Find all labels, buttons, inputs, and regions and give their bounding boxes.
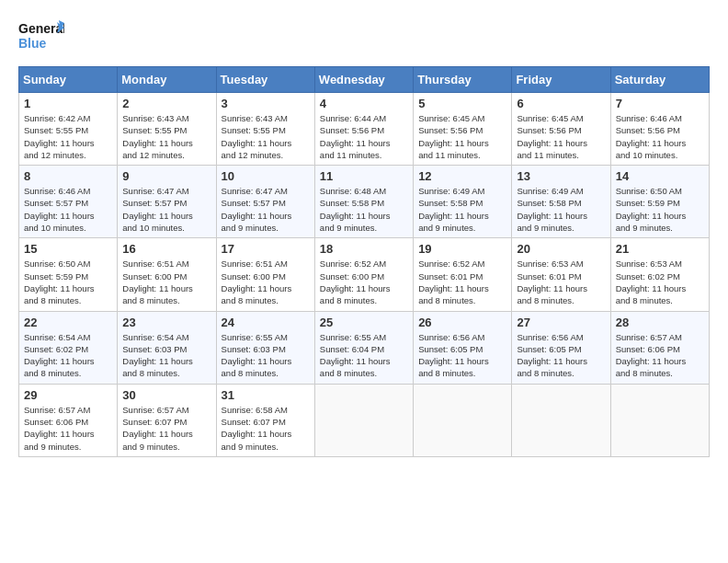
weekday-header-sunday: Sunday bbox=[19, 67, 118, 93]
day-number: 13 bbox=[517, 169, 605, 183]
day-cell: 21Sunrise: 6:53 AM Sunset: 6:02 PM Dayli… bbox=[610, 238, 709, 311]
day-number: 6 bbox=[517, 97, 605, 110]
day-number: 25 bbox=[320, 316, 408, 329]
day-info: Sunrise: 6:53 AM Sunset: 6:02 PM Dayligh… bbox=[616, 258, 704, 306]
day-info: Sunrise: 6:50 AM Sunset: 5:59 PM Dayligh… bbox=[616, 185, 704, 234]
day-cell: 10Sunrise: 6:47 AM Sunset: 5:57 PM Dayli… bbox=[216, 166, 314, 238]
day-number: 30 bbox=[122, 388, 210, 402]
day-cell: 12Sunrise: 6:49 AM Sunset: 5:58 PM Dayli… bbox=[414, 166, 512, 238]
day-cell: 18Sunrise: 6:52 AM Sunset: 6:00 PM Dayli… bbox=[314, 238, 413, 311]
day-info: Sunrise: 6:51 AM Sunset: 6:00 PM Dayligh… bbox=[222, 258, 310, 306]
day-number: 20 bbox=[517, 242, 605, 256]
day-info: Sunrise: 6:56 AM Sunset: 6:05 PM Dayligh… bbox=[517, 331, 605, 380]
week-row-4: 22Sunrise: 6:54 AM Sunset: 6:02 PM Dayli… bbox=[19, 311, 710, 384]
day-number: 8 bbox=[24, 169, 112, 183]
day-number: 9 bbox=[122, 169, 210, 183]
day-cell: 9Sunrise: 6:47 AM Sunset: 5:57 PM Daylig… bbox=[118, 166, 216, 238]
day-cell bbox=[314, 384, 413, 456]
svg-text:Blue: Blue bbox=[18, 36, 47, 51]
page-header: General Blue bbox=[18, 18, 710, 57]
day-info: Sunrise: 6:57 AM Sunset: 6:06 PM Dayligh… bbox=[24, 404, 112, 453]
day-info: Sunrise: 6:54 AM Sunset: 6:02 PM Dayligh… bbox=[24, 331, 112, 380]
weekday-header-tuesday: Tuesday bbox=[216, 67, 314, 93]
day-info: Sunrise: 6:51 AM Sunset: 6:00 PM Dayligh… bbox=[122, 258, 210, 306]
day-cell bbox=[610, 384, 709, 456]
weekday-header-thursday: Thursday bbox=[414, 67, 512, 93]
day-number: 5 bbox=[418, 97, 506, 110]
day-info: Sunrise: 6:54 AM Sunset: 6:03 PM Dayligh… bbox=[122, 331, 210, 380]
logo: General Blue bbox=[18, 18, 64, 57]
week-row-1: 1Sunrise: 6:42 AM Sunset: 5:55 PM Daylig… bbox=[19, 93, 710, 166]
week-row-5: 29Sunrise: 6:57 AM Sunset: 6:06 PM Dayli… bbox=[19, 384, 710, 456]
day-cell: 22Sunrise: 6:54 AM Sunset: 6:02 PM Dayli… bbox=[19, 311, 118, 384]
day-cell: 16Sunrise: 6:51 AM Sunset: 6:00 PM Dayli… bbox=[118, 238, 216, 311]
day-cell: 28Sunrise: 6:57 AM Sunset: 6:06 PM Dayli… bbox=[610, 311, 709, 384]
day-cell: 25Sunrise: 6:55 AM Sunset: 6:04 PM Dayli… bbox=[314, 311, 413, 384]
day-number: 17 bbox=[222, 242, 310, 256]
day-cell: 7Sunrise: 6:46 AM Sunset: 5:56 PM Daylig… bbox=[610, 93, 709, 166]
day-cell: 2Sunrise: 6:43 AM Sunset: 5:55 PM Daylig… bbox=[118, 93, 216, 166]
day-info: Sunrise: 6:50 AM Sunset: 5:59 PM Dayligh… bbox=[24, 258, 112, 306]
week-row-2: 8Sunrise: 6:46 AM Sunset: 5:57 PM Daylig… bbox=[19, 166, 710, 238]
day-cell: 23Sunrise: 6:54 AM Sunset: 6:03 PM Dayli… bbox=[118, 311, 216, 384]
day-info: Sunrise: 6:43 AM Sunset: 5:55 PM Dayligh… bbox=[222, 112, 310, 161]
week-row-3: 15Sunrise: 6:50 AM Sunset: 5:59 PM Dayli… bbox=[19, 238, 710, 311]
day-info: Sunrise: 6:45 AM Sunset: 5:56 PM Dayligh… bbox=[517, 112, 605, 161]
day-number: 24 bbox=[222, 316, 310, 329]
day-info: Sunrise: 6:44 AM Sunset: 5:56 PM Dayligh… bbox=[320, 112, 408, 161]
day-number: 26 bbox=[418, 316, 506, 329]
day-cell: 5Sunrise: 6:45 AM Sunset: 5:56 PM Daylig… bbox=[414, 93, 512, 166]
day-cell: 17Sunrise: 6:51 AM Sunset: 6:00 PM Dayli… bbox=[216, 238, 314, 311]
day-info: Sunrise: 6:57 AM Sunset: 6:07 PM Dayligh… bbox=[122, 404, 210, 453]
day-number: 22 bbox=[24, 316, 112, 329]
day-number: 3 bbox=[222, 97, 310, 110]
weekday-header-monday: Monday bbox=[118, 67, 216, 93]
day-info: Sunrise: 6:48 AM Sunset: 5:58 PM Dayligh… bbox=[320, 185, 408, 234]
calendar-table: SundayMondayTuesdayWednesdayThursdayFrid… bbox=[18, 66, 710, 457]
day-number: 21 bbox=[616, 242, 704, 256]
day-number: 12 bbox=[418, 169, 506, 183]
day-cell: 24Sunrise: 6:55 AM Sunset: 6:03 PM Dayli… bbox=[216, 311, 314, 384]
day-cell: 15Sunrise: 6:50 AM Sunset: 5:59 PM Dayli… bbox=[19, 238, 118, 311]
day-cell: 8Sunrise: 6:46 AM Sunset: 5:57 PM Daylig… bbox=[19, 166, 118, 238]
day-number: 16 bbox=[122, 242, 210, 256]
day-number: 18 bbox=[320, 242, 408, 256]
day-cell: 26Sunrise: 6:56 AM Sunset: 6:05 PM Dayli… bbox=[414, 311, 512, 384]
day-info: Sunrise: 6:55 AM Sunset: 6:03 PM Dayligh… bbox=[222, 331, 310, 380]
day-info: Sunrise: 6:53 AM Sunset: 6:01 PM Dayligh… bbox=[517, 258, 605, 306]
day-info: Sunrise: 6:55 AM Sunset: 6:04 PM Dayligh… bbox=[320, 331, 408, 380]
day-info: Sunrise: 6:45 AM Sunset: 5:56 PM Dayligh… bbox=[418, 112, 506, 161]
day-number: 15 bbox=[24, 242, 112, 256]
day-cell: 6Sunrise: 6:45 AM Sunset: 5:56 PM Daylig… bbox=[512, 93, 610, 166]
day-cell: 27Sunrise: 6:56 AM Sunset: 6:05 PM Dayli… bbox=[512, 311, 610, 384]
day-info: Sunrise: 6:47 AM Sunset: 5:57 PM Dayligh… bbox=[122, 185, 210, 234]
day-number: 2 bbox=[122, 97, 210, 110]
day-cell bbox=[414, 384, 512, 456]
day-cell: 3Sunrise: 6:43 AM Sunset: 5:55 PM Daylig… bbox=[216, 93, 314, 166]
day-cell: 31Sunrise: 6:58 AM Sunset: 6:07 PM Dayli… bbox=[216, 384, 314, 456]
day-number: 14 bbox=[616, 169, 704, 183]
day-cell bbox=[512, 384, 610, 456]
day-info: Sunrise: 6:49 AM Sunset: 5:58 PM Dayligh… bbox=[517, 185, 605, 234]
day-cell: 29Sunrise: 6:57 AM Sunset: 6:06 PM Dayli… bbox=[19, 384, 118, 456]
day-number: 31 bbox=[222, 388, 310, 402]
logo-bird-icon: General Blue bbox=[18, 18, 64, 57]
day-number: 19 bbox=[418, 242, 506, 256]
day-info: Sunrise: 6:49 AM Sunset: 5:58 PM Dayligh… bbox=[418, 185, 506, 234]
day-number: 1 bbox=[24, 97, 112, 110]
day-info: Sunrise: 6:52 AM Sunset: 6:01 PM Dayligh… bbox=[418, 258, 506, 306]
day-info: Sunrise: 6:46 AM Sunset: 5:57 PM Dayligh… bbox=[24, 185, 112, 234]
day-info: Sunrise: 6:43 AM Sunset: 5:55 PM Dayligh… bbox=[122, 112, 210, 161]
day-cell: 30Sunrise: 6:57 AM Sunset: 6:07 PM Dayli… bbox=[118, 384, 216, 456]
day-cell: 4Sunrise: 6:44 AM Sunset: 5:56 PM Daylig… bbox=[314, 93, 413, 166]
day-number: 11 bbox=[320, 169, 408, 183]
day-number: 28 bbox=[616, 316, 704, 329]
weekday-header-wednesday: Wednesday bbox=[314, 67, 413, 93]
day-cell: 1Sunrise: 6:42 AM Sunset: 5:55 PM Daylig… bbox=[19, 93, 118, 166]
weekday-header-friday: Friday bbox=[512, 67, 610, 93]
day-number: 29 bbox=[24, 388, 112, 402]
day-number: 10 bbox=[222, 169, 310, 183]
day-info: Sunrise: 6:58 AM Sunset: 6:07 PM Dayligh… bbox=[222, 404, 310, 453]
day-info: Sunrise: 6:57 AM Sunset: 6:06 PM Dayligh… bbox=[616, 331, 704, 380]
weekday-header-saturday: Saturday bbox=[610, 67, 709, 93]
